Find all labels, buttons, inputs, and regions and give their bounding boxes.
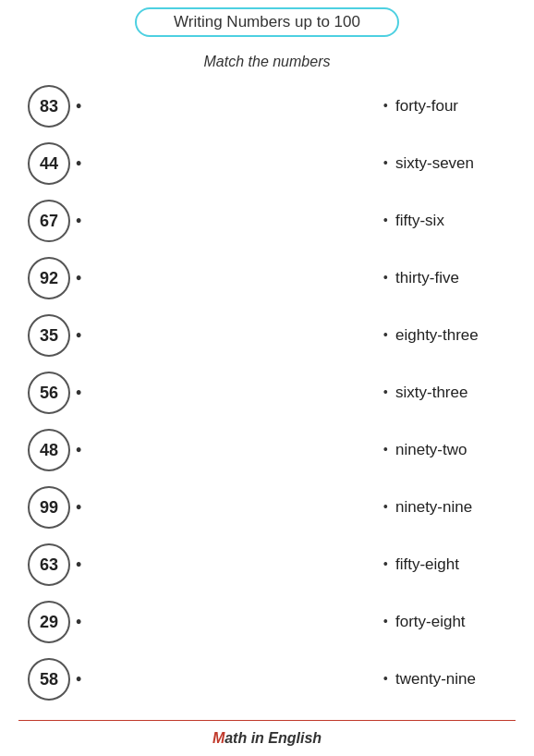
dot-left: • xyxy=(76,441,81,460)
number-circle: 56 xyxy=(28,372,70,414)
bullet: • xyxy=(382,384,388,401)
left-side: 44 • xyxy=(28,142,81,185)
match-row: 83 • • forty-four xyxy=(28,79,506,133)
right-side: • forty-four xyxy=(382,97,506,116)
match-row: 48 • • ninety-two xyxy=(28,423,506,477)
match-row: 99 • • ninety-nine xyxy=(28,481,506,534)
subtitle: Match the numbers xyxy=(204,54,331,70)
dot-left: • xyxy=(76,498,81,518)
number-circle: 67 xyxy=(28,200,70,242)
bullet: • xyxy=(382,614,388,630)
footer-rest: ath in English xyxy=(225,730,322,746)
dot-left: • xyxy=(76,269,81,288)
number-circle: 44 xyxy=(28,142,70,185)
left-side: 48 • xyxy=(28,429,81,471)
right-side: • ninety-nine xyxy=(382,498,506,517)
right-side: • fifty-eight xyxy=(382,555,506,574)
word-text: thirty-five xyxy=(395,269,506,287)
bullet: • xyxy=(382,556,388,573)
word-text: eighty-three xyxy=(395,326,506,345)
dot-left: • xyxy=(76,154,81,174)
bullet: • xyxy=(382,155,388,172)
right-side: • twenty-nine xyxy=(382,670,506,689)
word-text: twenty-nine xyxy=(395,670,506,689)
number-circle: 35 xyxy=(28,314,70,357)
word-text: sixty-three xyxy=(395,384,506,402)
match-row: 35 • • eighty-three xyxy=(28,309,506,362)
dot-left: • xyxy=(76,613,81,632)
footer-line xyxy=(18,720,516,721)
bullet: • xyxy=(382,270,388,287)
number-circle: 48 xyxy=(28,429,70,471)
left-side: 56 • xyxy=(28,372,81,414)
dot-left: • xyxy=(76,326,81,346)
word-text: forty-eight xyxy=(395,613,506,631)
left-side: 63 • xyxy=(28,543,81,586)
word-text: forty-four xyxy=(395,97,506,116)
page-title: Writing Numbers up to 100 xyxy=(174,13,360,30)
left-side: 83 • xyxy=(28,85,81,128)
dot-left: • xyxy=(76,212,81,231)
right-side: • sixty-three xyxy=(382,384,506,402)
number-circle: 92 xyxy=(28,257,70,299)
dot-left: • xyxy=(76,555,81,575)
right-side: • thirty-five xyxy=(382,269,506,287)
match-row: 56 • • sixty-three xyxy=(28,366,506,420)
number-circle: 29 xyxy=(28,601,70,643)
page: Writing Numbers up to 100 Match the numb… xyxy=(0,0,534,756)
match-row: 92 • • thirty-five xyxy=(28,251,506,305)
word-text: ninety-two xyxy=(395,441,506,459)
word-text: sixty-seven xyxy=(395,154,506,173)
match-row: 44 • • sixty-seven xyxy=(28,137,506,190)
right-side: • ninety-two xyxy=(382,441,506,459)
word-text: fifty-eight xyxy=(395,555,506,574)
match-row: 58 • • twenty-nine xyxy=(28,652,506,706)
match-row: 29 • • forty-eight xyxy=(28,595,506,649)
match-row: 67 • • fifty-six xyxy=(28,194,506,248)
bullet: • xyxy=(382,499,388,516)
number-circle: 63 xyxy=(28,543,70,586)
word-text: ninety-nine xyxy=(395,498,506,517)
dot-left: • xyxy=(76,384,81,403)
bullet: • xyxy=(382,327,388,344)
right-side: • fifty-six xyxy=(382,212,506,230)
right-side: • forty-eight xyxy=(382,613,506,631)
number-circle: 99 xyxy=(28,486,70,529)
left-side: 92 • xyxy=(28,257,81,299)
left-side: 35 • xyxy=(28,314,81,357)
title-box: Writing Numbers up to 100 xyxy=(135,7,399,37)
bullet: • xyxy=(382,98,388,115)
left-side: 29 • xyxy=(28,601,81,643)
number-circle: 83 xyxy=(28,85,70,128)
right-side: • eighty-three xyxy=(382,326,506,345)
bullet: • xyxy=(382,442,388,458)
left-side: 99 • xyxy=(28,486,81,529)
match-row: 63 • • fifty-eight xyxy=(28,538,506,591)
word-text: fifty-six xyxy=(395,212,506,230)
dot-left: • xyxy=(76,670,81,689)
bullet: • xyxy=(382,671,388,688)
dot-left: • xyxy=(76,97,81,116)
footer: Math in English xyxy=(0,730,534,747)
footer-m: M xyxy=(212,730,225,746)
number-circle: 58 xyxy=(28,658,70,701)
right-side: • sixty-seven xyxy=(382,154,506,173)
match-container: 83 • • forty-four 44 • • sixty-seven 67 … xyxy=(0,79,534,710)
bullet: • xyxy=(382,213,388,229)
left-side: 58 • xyxy=(28,658,81,701)
left-side: 67 • xyxy=(28,200,81,242)
